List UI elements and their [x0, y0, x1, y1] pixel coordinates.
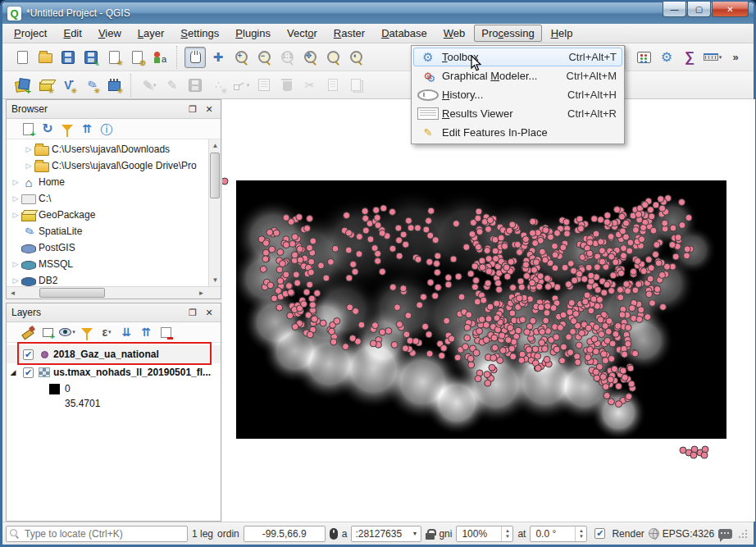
pan-map-icon[interactable] [184, 47, 206, 68]
menu-processing[interactable]: Processing [474, 25, 541, 42]
properties-info-icon[interactable]: ⓘ [98, 120, 116, 138]
add-selected-layers-icon[interactable] [19, 120, 37, 138]
browser-item-home[interactable]: ▷⌂Home [7, 174, 221, 190]
scale-combobox[interactable]: :28127635▼ [351, 526, 421, 542]
zoom-to-selection-icon[interactable] [322, 47, 344, 68]
minimize-button[interactable]: — [663, 2, 686, 17]
maximize-button[interactable]: ▢ [687, 2, 711, 17]
browser-item-db2[interactable]: ▷DB2 [7, 272, 221, 286]
layer-checkbox[interactable]: ✔ [23, 367, 34, 378]
dropdown-arrow-icon[interactable]: ▾ [153, 82, 157, 89]
filter-expression-icon[interactable]: ε▾ [98, 323, 116, 341]
rotation-spinbox[interactable]: 0.0 ° ▲▼ [530, 526, 587, 542]
render-checkbox[interactable]: ✔ [594, 528, 605, 539]
expander-icon[interactable]: ▷ [23, 162, 34, 170]
menu-raster[interactable]: Raster [326, 25, 372, 42]
data-source-manager-icon[interactable]: + [11, 75, 33, 96]
extent-mouse-icon[interactable] [330, 528, 338, 540]
pan-to-selection-icon[interactable]: ✚ [207, 47, 229, 68]
spin-arrows-icon[interactable]: ▲▼ [575, 526, 586, 541]
expander-icon[interactable]: ▷ [10, 178, 21, 186]
expander-icon[interactable]: ◢ [7, 368, 20, 376]
locator-search[interactable] [6, 526, 188, 542]
spin-arrows-icon[interactable]: ▲▼ [501, 526, 512, 541]
dropdown-arrow-icon[interactable]: ▾ [247, 82, 250, 89]
messages-bubble-icon[interactable] [718, 529, 732, 539]
filter-browser-icon[interactable] [58, 120, 76, 138]
magnifier-spinbox[interactable]: 100% ▲▼ [456, 526, 513, 542]
menu-help[interactable]: Help [544, 25, 581, 42]
resize-grip[interactable] [738, 529, 748, 539]
expander-icon[interactable]: ▷ [10, 211, 21, 219]
combo-arrow-icon[interactable]: ▼ [412, 531, 417, 536]
render-toggle[interactable]: ✔ Render [591, 528, 644, 540]
zoom-last-icon[interactable]: ◖ [345, 47, 367, 68]
browser-item-c[interactable]: ▷C:\ [7, 190, 221, 207]
menu-item-graphical-modeler[interactable]: ⚙Graphical Modeler...Ctrl+Alt+M [413, 66, 622, 85]
menu-vector[interactable]: Vector [280, 25, 325, 42]
filter-legend-icon[interactable] [78, 323, 96, 341]
lock-scale-icon[interactable] [426, 533, 435, 540]
scrollbar-thumb[interactable] [210, 153, 220, 198]
menu-item-results-viewer[interactable]: Results ViewerCtrl+Alt+R [413, 104, 622, 123]
new-spatialite-icon[interactable]: ✎✳ [80, 75, 102, 96]
new-project-icon[interactable] [11, 47, 33, 68]
scroll-down-arrow-icon[interactable]: ▼ [209, 274, 221, 286]
menu-item-edit-features-in-place[interactable]: ✎Edit Features In-Place [413, 123, 622, 142]
close-button[interactable]: ✕ [712, 2, 749, 17]
scroll-left-arrow-icon[interactable]: ◄ [7, 287, 19, 299]
new-geopackage-icon[interactable]: ✳ [34, 75, 56, 96]
browser-vertical-scrollbar[interactable]: ▲ ▼ [208, 139, 221, 286]
browser-item-geopackage[interactable]: ▷GeoPackage [7, 207, 221, 223]
processing-toolbox-icon[interactable]: ⚙ [656, 47, 677, 68]
menu-plugins[interactable]: Plugins [228, 25, 278, 42]
zoom-in-icon[interactable]: + [230, 47, 252, 68]
dropdown-arrow-icon[interactable]: ▾ [72, 329, 75, 335]
browser-item-spatialite[interactable]: ✎SpatiaLite [7, 223, 221, 239]
measure-ruler-icon[interactable]: ▾ [702, 47, 723, 68]
layers-close-button[interactable]: ✕ [203, 306, 216, 319]
menu-item-history[interactable]: History...Ctrl+Alt+H [413, 85, 622, 104]
browser-float-button[interactable]: ❐ [186, 103, 199, 116]
menu-settings[interactable]: Settings [173, 25, 226, 42]
statistics-sigma-icon[interactable]: ∑ [679, 47, 700, 68]
expander-icon[interactable]: ▷ [23, 145, 34, 153]
crs-status[interactable]: EPSG:4326 [649, 528, 714, 540]
menu-item-toolbox[interactable]: ⚙ToolboxCtrl+Alt+T [413, 48, 622, 66]
refresh-icon[interactable]: ↻ [39, 120, 57, 138]
locator-input[interactable] [23, 527, 184, 540]
menu-web[interactable]: Web [436, 25, 473, 42]
browser-item-c-users-ujaval-google-drive-pro[interactable]: ▷C:\Users\ujaval\Google Drive\Pro [7, 157, 221, 174]
save-project-icon[interactable] [57, 47, 79, 68]
toolbar-overflow-icon[interactable]: » [725, 47, 746, 68]
menu-project[interactable]: Project [7, 25, 54, 42]
map-themes-icon[interactable]: ▾ [58, 323, 76, 341]
browser-item-c-users-ujaval-downloads[interactable]: ▷C:\Users\ujaval\Downloads [7, 141, 221, 157]
layers-float-button[interactable]: ❐ [186, 306, 199, 319]
menu-database[interactable]: Database [374, 25, 435, 42]
expand-all-icon[interactable]: ⇊ [117, 323, 135, 341]
expander-icon[interactable]: ▷ [10, 276, 21, 285]
layout-manager-icon[interactable]: ⚙ [126, 47, 148, 68]
coordinate-input[interactable]: -99.5,66.9 [244, 526, 326, 542]
zoom-out-icon[interactable]: − [253, 47, 275, 68]
layer-styling-icon[interactable] [19, 323, 37, 341]
add-group-icon[interactable]: + [39, 323, 57, 341]
browser-horizontal-scrollbar[interactable]: ◄ ► [7, 286, 221, 299]
attribute-table-icon[interactable] [633, 47, 654, 68]
layer-name[interactable]: us.tmax_nohads_ll_20190501_fl... [53, 367, 211, 378]
dropdown-arrow-icon[interactable]: ▾ [108, 329, 112, 335]
map-canvas[interactable] [222, 99, 755, 522]
save-project-as-icon[interactable]: ✎ [80, 47, 102, 68]
new-shapefile-icon[interactable]: V✳ [57, 75, 79, 96]
style-manager-icon[interactable]: a [149, 47, 171, 68]
menu-layer[interactable]: Layer [130, 25, 172, 42]
browser-item-postgis[interactable]: PostGIS [7, 239, 221, 256]
new-print-layout-icon[interactable]: ✳ [103, 47, 125, 68]
menu-view[interactable]: View [91, 25, 129, 42]
scroll-right-arrow-icon[interactable]: ► [195, 287, 207, 299]
collapse-all-icon[interactable]: ⇈ [78, 120, 96, 138]
browser-close-button[interactable]: ✕ [203, 103, 216, 116]
new-virtual-layer-icon[interactable]: ✳ [103, 75, 125, 96]
collapse-all-layers-icon[interactable]: ⇈ [137, 323, 155, 341]
